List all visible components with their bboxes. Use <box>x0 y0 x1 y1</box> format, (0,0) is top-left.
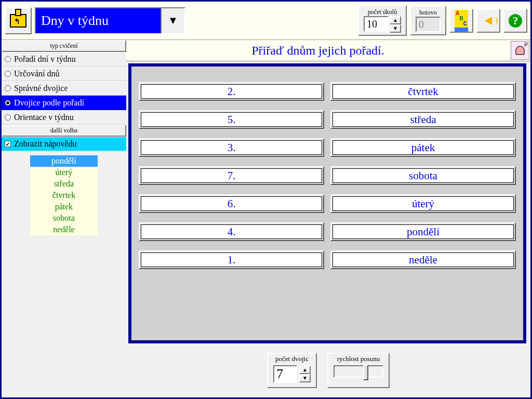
bottom-controls: počet dvojic ▲ ▼ rychlost posunu <box>126 348 530 397</box>
title-text: Dny v týdnu <box>36 8 161 33</box>
left-card[interactable]: 5. <box>139 110 324 129</box>
exercise-type-header: typ cvičení <box>2 40 126 52</box>
done-input <box>416 17 441 32</box>
left-card[interactable]: 2. <box>139 82 324 101</box>
tasks-up-button[interactable]: ▲ <box>390 16 401 24</box>
exercise-option-3[interactable]: Dvojice podle pořadí <box>2 96 126 110</box>
content: Přiřaď dnům jejich pořadí. P 2. čtvrtek … <box>126 40 530 397</box>
top-bar: ↰ Dny v týdnu ▼ počet úkolů ▲ ▼ hotovo <box>2 2 530 40</box>
pairs-count-input[interactable] <box>273 365 297 383</box>
exercise-option-0[interactable]: Pořadí dní v týdnu <box>2 52 126 66</box>
tasks-input[interactable] <box>364 16 389 32</box>
mouse-hint-button[interactable]: P <box>511 41 529 60</box>
sidebar: typ cvičení Pořadí dní v týdnu Určování … <box>2 40 126 397</box>
left-card[interactable]: 6. <box>139 194 324 213</box>
chevron-down-icon[interactable]: ▼ <box>161 8 184 33</box>
instruction-text: Přiřaď dnům jejich pořadí. <box>126 41 510 61</box>
help-icon: ? <box>509 14 522 28</box>
left-card[interactable]: 7. <box>139 166 324 185</box>
speed-slider[interactable] <box>334 365 383 378</box>
mouse-icon <box>515 46 525 55</box>
speed-label: rychlost posunu <box>337 354 380 365</box>
hint-row: pátek <box>30 201 98 212</box>
pairs-count-label: počet dvojic <box>275 354 309 365</box>
title-dropdown[interactable]: Dny v týdnu ▼ <box>35 7 185 34</box>
help-button[interactable]: ? <box>503 9 527 33</box>
exercise-option-4[interactable]: Orientace v týdnu <box>2 110 126 125</box>
sound-button[interactable] <box>476 9 500 33</box>
hint-table: pondělí úterý středa čtvrtek pátek sobot… <box>30 155 98 235</box>
hint-row: čtvrtek <box>30 190 98 201</box>
pairs-up-button[interactable]: ▲ <box>299 366 311 374</box>
tasks-counter-box: počet úkolů ▲ ▼ <box>358 5 407 36</box>
right-card[interactable]: středa <box>330 110 516 129</box>
tasks-label: počet úkolů <box>368 8 397 16</box>
hint-row: sobota <box>30 212 98 224</box>
done-label: hotovo <box>419 9 436 17</box>
slider-thumb[interactable] <box>363 365 368 380</box>
exercise-option-2[interactable]: Správné dvojice <box>2 81 126 96</box>
abc-icon: ABC <box>455 10 468 32</box>
pairs-count-panel: počet dvojic ▲ ▼ <box>267 353 317 388</box>
hint-row: středa <box>30 178 98 190</box>
instr-badge: P <box>524 42 528 48</box>
speaker-icon <box>485 17 492 25</box>
speed-panel: rychlost posunu <box>327 353 390 388</box>
exercise-option-1[interactable]: Určování dnů <box>2 66 126 81</box>
left-card[interactable]: 1. <box>139 250 324 269</box>
left-card[interactable]: 4. <box>139 222 324 241</box>
hint-header: pondělí <box>30 155 98 167</box>
other-options-header: další volba <box>2 125 126 137</box>
right-card[interactable]: pátek <box>330 138 516 157</box>
hint-row: neděle <box>30 224 98 235</box>
home-button[interactable]: ↰ <box>5 7 32 34</box>
pairs-down-button[interactable]: ▼ <box>299 374 311 382</box>
left-card[interactable]: 3. <box>139 138 324 157</box>
done-counter-box: hotovo <box>410 6 446 35</box>
right-card[interactable]: neděle <box>330 250 516 269</box>
hint-row: úterý <box>30 167 98 178</box>
right-card[interactable]: čtvrtek <box>330 82 516 101</box>
show-hint-checkbox[interactable]: ✔Zobrazit nápovědu <box>2 137 126 151</box>
right-card[interactable]: sobota <box>330 166 516 185</box>
tasks-down-button[interactable]: ▼ <box>390 24 401 33</box>
folder-up-icon: ↰ <box>10 14 26 28</box>
color-scheme-button[interactable]: ABC <box>449 9 473 33</box>
game-board: 2. čtvrtek 5. středa 3. pátek 7. sobota … <box>128 63 526 343</box>
right-card[interactable]: úterý <box>330 194 516 213</box>
right-card[interactable]: pondělí <box>330 222 516 241</box>
